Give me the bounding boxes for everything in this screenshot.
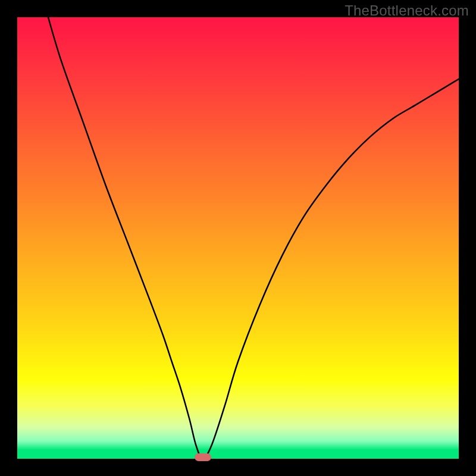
optimum-marker xyxy=(195,453,211,461)
curve-svg xyxy=(17,17,459,459)
chart-frame: TheBottleneck.com xyxy=(0,0,476,476)
plot-area xyxy=(17,17,459,459)
bottleneck-curve xyxy=(48,17,459,459)
watermark-label: TheBottleneck.com xyxy=(345,2,469,19)
